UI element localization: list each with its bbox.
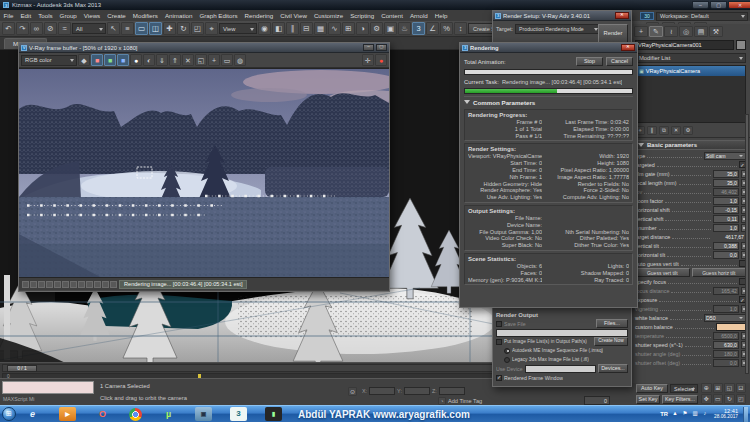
network-icon[interactable]: ▥ [691, 410, 699, 418]
modify-tab-icon[interactable]: ✎ [649, 26, 663, 37]
vfb-minimize-button[interactable]: – [363, 44, 374, 51]
param-fov[interactable]: fov 46,402 [632, 187, 749, 196]
percent-snap-icon[interactable]: % [440, 22, 453, 35]
language-indicator[interactable]: TR [660, 411, 668, 417]
remove-modifier-icon[interactable]: ✕ [671, 126, 681, 135]
param-specify-focus[interactable]: specify focus [632, 277, 749, 286]
redo-icon[interactable]: ↷ [16, 22, 29, 35]
common-parameters-rollout[interactable]: Common Parameters [464, 96, 633, 107]
align-icon[interactable]: ∥ [286, 22, 299, 35]
selection-lock-icon[interactable]: ⊙ [348, 387, 357, 396]
channel-dropdown[interactable]: RGB color [21, 55, 77, 66]
photo-viewer-icon[interactable]: ▣ [195, 407, 212, 421]
param-white-balance[interactable]: white balance D50 [632, 313, 749, 322]
output-path-field[interactable] [496, 329, 628, 337]
param-custom-balance[interactable]: custom balance [632, 322, 749, 331]
param-target-distance[interactable]: target distance 4617,67 [632, 232, 749, 241]
menu-item[interactable]: Arnold [406, 12, 431, 19]
param-vignetting[interactable]: vignetting 1,0 [632, 304, 749, 313]
make-unique-icon[interactable]: ⧉ [659, 126, 669, 135]
load-image-icon[interactable]: ⇑ [169, 54, 181, 66]
blue-channel-icon[interactable]: ■ [117, 54, 129, 66]
cancel-button[interactable]: Cancel [606, 57, 633, 66]
param-film-gate[interactable]: film gate (mm) 35,0 [632, 169, 749, 178]
crossing-select-icon[interactable]: ◫ [149, 22, 162, 35]
media-player-icon[interactable]: ▶ [59, 407, 76, 421]
stop-render-icon[interactable]: ● [375, 54, 387, 66]
current-frame-field[interactable]: 0 [584, 396, 610, 405]
param-focal-length[interactable]: focal length (mm) 35,0 [632, 178, 749, 187]
configure-modifier-icon[interactable]: ⚙ [683, 126, 693, 135]
menu-item[interactable]: Help [431, 12, 451, 19]
zoom-extents-icon[interactable]: ◱ [724, 383, 735, 393]
fov-icon[interactable]: ▭ [713, 394, 724, 404]
clear-image-icon[interactable]: ✕ [182, 54, 194, 66]
3dsmax-icon[interactable]: 3 [230, 407, 247, 421]
param-type[interactable]: type Still cam [632, 151, 749, 160]
menu-item[interactable]: Content [378, 12, 407, 19]
vfb-status-icon[interactable] [70, 281, 77, 288]
capture-icon[interactable]: ▮ [265, 407, 282, 421]
stop-button[interactable]: Stop [576, 57, 603, 66]
param-exposure[interactable]: exposure ✓ [632, 295, 749, 304]
start-button[interactable]: ⊞ [2, 407, 16, 421]
vfb-status-icon[interactable] [102, 281, 109, 288]
y-coordinate-field[interactable] [404, 387, 430, 395]
zoom-icon[interactable]: ⊕ [701, 383, 712, 393]
imsq-radio[interactable] [504, 348, 510, 354]
add-time-tag-label[interactable]: Add Time Tag [448, 398, 482, 404]
unlink-icon[interactable]: ⊘ [44, 22, 57, 35]
region-render-icon[interactable]: ▭ [221, 54, 233, 66]
notification-badge[interactable]: 30 [640, 12, 654, 20]
render-setup-icon[interactable]: ⚙ [370, 22, 383, 35]
z-coordinate-field[interactable] [439, 387, 465, 395]
modifier-list-dropdown[interactable]: Modifier List [635, 53, 746, 63]
menu-item[interactable]: Create [104, 12, 130, 19]
vfb-status-icon[interactable] [110, 281, 117, 288]
key-filters-button[interactable]: Key Filters... [662, 395, 698, 404]
menu-item[interactable]: Views [80, 12, 103, 19]
bind-spacewarp-icon[interactable]: ≈ [58, 22, 71, 35]
guess-tilt-buttons[interactable]: Guess vert tilt Guess horiz tilt [632, 268, 749, 277]
mono-channel-icon[interactable]: ◐ [143, 54, 155, 66]
red-channel-icon[interactable]: ■ [91, 54, 103, 66]
vfb-maximize-button[interactable]: ▢ [376, 44, 387, 51]
duplicate-buffer-icon[interactable]: ◱ [195, 54, 207, 66]
schematic-view-icon[interactable]: ⊞ [342, 22, 355, 35]
curve-editor-icon[interactable]: ∿ [328, 22, 341, 35]
target-dropdown[interactable]: Production Rendering Mode [515, 24, 601, 34]
vfb-status-icon[interactable] [22, 281, 29, 288]
menu-item[interactable]: Customize [310, 12, 346, 19]
param-shutter-speed[interactable]: shutter speed (s^-1) 630,0 [632, 340, 749, 349]
chrome-icon[interactable]: ● [129, 408, 142, 421]
create-now-button[interactable]: Create Now [594, 337, 628, 346]
menu-item[interactable]: Rendering [241, 12, 277, 19]
placement-icon[interactable]: ⌖ [205, 22, 218, 35]
volume-icon[interactable]: ♪ [701, 410, 709, 418]
rotate-icon[interactable]: ↻ [177, 22, 190, 35]
set-key-button[interactable]: Set Key [636, 395, 660, 404]
layer-manager-icon[interactable]: ⊟ [300, 22, 313, 35]
ifl-radio[interactable] [504, 357, 510, 363]
render-production-icon[interactable]: ♨ [398, 22, 411, 35]
hierarchy-tab-icon[interactable]: ≀ [664, 26, 678, 37]
param-shutter-offset[interactable]: shutter offset (deg) 0,0 [632, 358, 749, 367]
param-targeted[interactable]: targeted ✓ [632, 160, 749, 169]
selection-filter-dropdown[interactable]: All [72, 23, 106, 34]
vfb-status-icon[interactable] [94, 281, 101, 288]
vfb-status-icon[interactable] [86, 281, 93, 288]
pan-icon[interactable]: ✥ [701, 394, 712, 404]
vray-logo-icon[interactable]: ◆ [78, 54, 90, 66]
orbit-icon[interactable]: ↻ [724, 394, 735, 404]
menu-item[interactable]: Graph Editors [196, 12, 241, 19]
menu-item[interactable]: File [0, 12, 17, 19]
files-button[interactable]: Files... [596, 319, 628, 328]
select-link-icon[interactable]: ∞ [30, 22, 43, 35]
select-object-icon[interactable]: ↖ [107, 22, 120, 35]
param-temperature[interactable]: temperature 6500,0 [632, 331, 749, 340]
green-channel-icon[interactable]: ■ [104, 54, 116, 66]
key-selection-dropdown[interactable]: Selected [670, 384, 698, 393]
color-correction-icon[interactable]: ◍ [234, 54, 246, 66]
use-center-icon[interactable]: ◉ [258, 22, 271, 35]
rect-select-icon[interactable]: ▭ [135, 22, 148, 35]
